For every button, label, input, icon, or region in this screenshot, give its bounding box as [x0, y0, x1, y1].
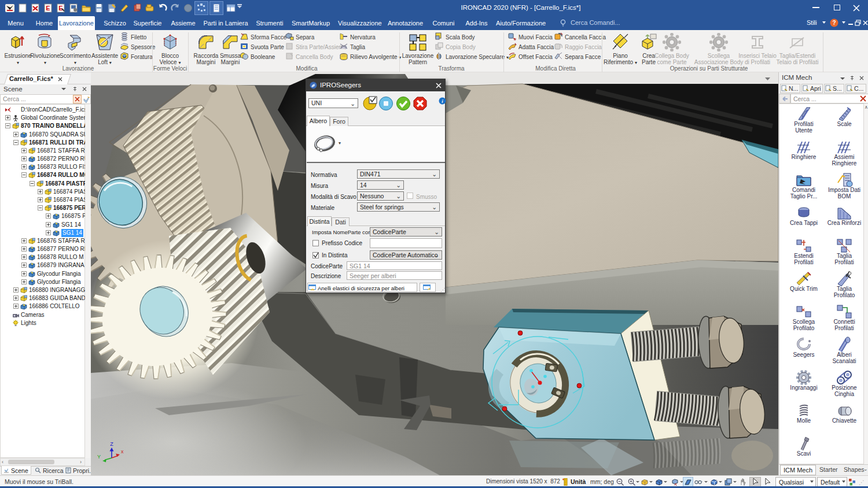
svg-text:E: E — [58, 5, 62, 12]
svg-text:?: ? — [832, 20, 836, 26]
svg-text:x: x — [121, 449, 124, 454]
svg-text:E: E — [46, 5, 50, 12]
svg-text:Z: Z — [110, 441, 113, 447]
svg-text:Y: Y — [97, 454, 101, 460]
